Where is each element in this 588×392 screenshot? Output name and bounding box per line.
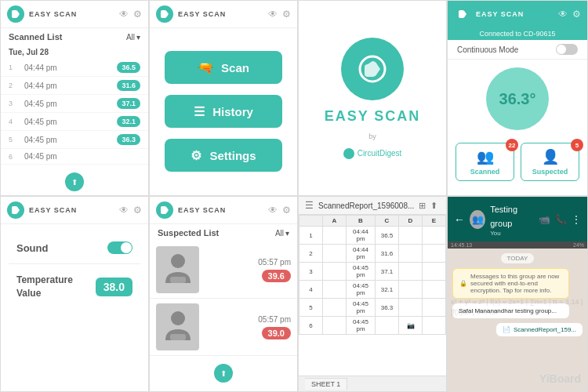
- suspect-info-1: 05:57 pm 39.0: [205, 315, 291, 339]
- gear-icon-1: ⚙: [133, 9, 142, 20]
- table-row: 404:45 pm32.1: [299, 281, 446, 299]
- header-icons-2: 👁 ⚙: [268, 9, 291, 20]
- more-icon-chat[interactable]: ⋮: [572, 214, 581, 225]
- row-num: 2: [9, 82, 24, 89]
- cell-4-1[interactable]: [323, 299, 347, 317]
- cell-3-0: 4: [299, 281, 323, 299]
- svg-point-3: [171, 311, 185, 325]
- suspected-title: Suspected List: [158, 228, 219, 238]
- row-time: 04:45 pm: [24, 118, 117, 126]
- cell-0-3[interactable]: 36.5: [376, 227, 399, 245]
- app-name-4: EASY SCAN: [476, 10, 554, 18]
- suspect-temp: 39.0: [262, 327, 291, 339]
- back-icon[interactable]: ←: [454, 213, 465, 226]
- row-time: 04:45 pm: [24, 136, 117, 144]
- history-label: History: [212, 105, 253, 118]
- cell-1-1[interactable]: [323, 245, 347, 263]
- menu-buttons: 🔫 Scan ☰ History ⚙ Settings: [150, 28, 297, 194]
- cell-0-4[interactable]: [399, 227, 423, 245]
- row-num: 1: [9, 64, 24, 71]
- cell-0-5[interactable]: [423, 227, 446, 245]
- cell-3-3[interactable]: 32.1: [376, 281, 399, 299]
- eye-icon-4: 👁: [558, 9, 568, 20]
- eye-icon-6: 👁: [268, 205, 278, 216]
- suspected-list-panel: EASY SCAN 👁 ⚙ Suspected List All ▾ 05:57…: [149, 196, 298, 392]
- cell-1-4[interactable]: [399, 245, 423, 263]
- circuit-digest: CircuitDigest: [343, 148, 402, 159]
- cell-3-5[interactable]: [423, 281, 446, 299]
- col-row-num: [299, 216, 323, 227]
- phone-icon[interactable]: 📞: [555, 214, 567, 225]
- lock-icon: 🔒: [459, 280, 467, 287]
- cell-2-1[interactable]: [323, 263, 347, 281]
- list-filter[interactable]: All ▾: [126, 33, 140, 42]
- suspected-badge: 5: [571, 139, 583, 151]
- cell-5-5[interactable]: [423, 317, 446, 335]
- cell-2-5[interactable]: [423, 263, 446, 281]
- big-app-name: EASY SCAN: [325, 108, 421, 125]
- share-button[interactable]: ⬆: [65, 172, 84, 191]
- connected-panel: EASY SCAN 👁 ⚙ Connected to CD-90615 Cont…: [447, 0, 588, 196]
- video-icon[interactable]: 📹: [539, 214, 550, 225]
- cell-3-1[interactable]: [323, 281, 347, 299]
- cell-5-2[interactable]: 04:45 pm: [347, 317, 376, 335]
- app-name-1: EASY SCAN: [29, 10, 114, 18]
- battery-display: 24%: [573, 242, 584, 248]
- settings-label: Settings: [209, 149, 256, 162]
- cell-1-2[interactable]: 04:44 pm: [347, 245, 376, 263]
- cell-0-2[interactable]: 04:44 pm: [347, 227, 376, 245]
- sheet-tab-1[interactable]: SHEET 1: [305, 378, 347, 390]
- cell-4-3[interactable]: 36.3: [376, 299, 399, 317]
- cell-4-5[interactable]: [423, 299, 446, 317]
- suspect-info-0: 05:57 pm 39.6: [205, 258, 291, 282]
- app-logo-1: [7, 5, 24, 23]
- panel-5-header: EASY SCAN 👁 ⚙: [1, 197, 148, 224]
- received-message: Safal Mananandhar testing group...: [452, 303, 569, 318]
- settings-button[interactable]: ⚙ Settings: [165, 139, 282, 172]
- cell-5-1[interactable]: [323, 317, 347, 335]
- history-button[interactable]: ☰ History: [165, 95, 282, 128]
- cell-3-2[interactable]: 04:45 pm: [347, 281, 376, 299]
- share-icon[interactable]: ⬆: [430, 201, 437, 211]
- cell-4-2[interactable]: 04:45 pm: [347, 299, 376, 317]
- cell-3-4[interactable]: [399, 281, 423, 299]
- gear-icon-5: ⚙: [133, 205, 142, 216]
- cell-2-4[interactable]: [399, 263, 423, 281]
- share-button-2[interactable]: ⬆: [214, 364, 233, 383]
- cell-1-3[interactable]: 31.6: [376, 245, 399, 263]
- app-name-5: EASY SCAN: [29, 206, 114, 214]
- cell-2-2[interactable]: 04:45 pm: [347, 263, 376, 281]
- gear-icon-6: ⚙: [282, 205, 291, 216]
- sound-label: Sound: [16, 242, 48, 254]
- chevron-down-icon: ▾: [136, 33, 140, 42]
- scanned-badge: 22: [506, 139, 518, 151]
- eye-icon-2: 👁: [268, 9, 278, 20]
- sheet-header: ☰ ScannedReport_1596008... ⊞ ⬆ ⋮: [299, 197, 446, 215]
- suspected-filter[interactable]: All ▾: [275, 229, 289, 238]
- continuous-toggle[interactable]: [556, 44, 578, 55]
- grid-icon: ⊞: [419, 201, 426, 211]
- temp-value-label: TemperatureValue: [16, 274, 73, 300]
- scan-button[interactable]: 🔫 Scan: [165, 51, 282, 84]
- app-logo-6: [156, 201, 173, 219]
- cell-1-5[interactable]: [423, 245, 446, 263]
- file-name: ScannedReport_159...: [514, 326, 576, 333]
- history-icon: ☰: [194, 104, 205, 119]
- temp-value-display[interactable]: 38.0: [96, 278, 132, 296]
- cell-4-4[interactable]: [399, 299, 423, 317]
- scanned-list-panel: EASY SCAN 👁 ⚙ Scanned List All ▾ Tue, Ju…: [0, 0, 149, 196]
- cell-0-1[interactable]: [323, 227, 347, 245]
- temp-badge: 32.1: [117, 116, 140, 127]
- hamburger-icon[interactable]: ☰: [305, 200, 314, 211]
- col-a: A: [323, 216, 347, 227]
- file-icon: 📄: [503, 326, 510, 333]
- suspect-time: 05:57 pm: [258, 258, 291, 267]
- cell-2-3[interactable]: 37.1: [376, 263, 399, 281]
- sound-toggle[interactable]: [107, 241, 132, 254]
- suspect-time: 05:57 pm: [258, 315, 291, 324]
- cell-5-4[interactable]: 📷: [399, 317, 423, 335]
- panel-2-header: EASY SCAN 👁 ⚙: [150, 1, 297, 28]
- row-time: 04:45 pm: [24, 152, 140, 161]
- cell-0-0: 1: [299, 227, 323, 245]
- cell-5-3[interactable]: [376, 317, 399, 335]
